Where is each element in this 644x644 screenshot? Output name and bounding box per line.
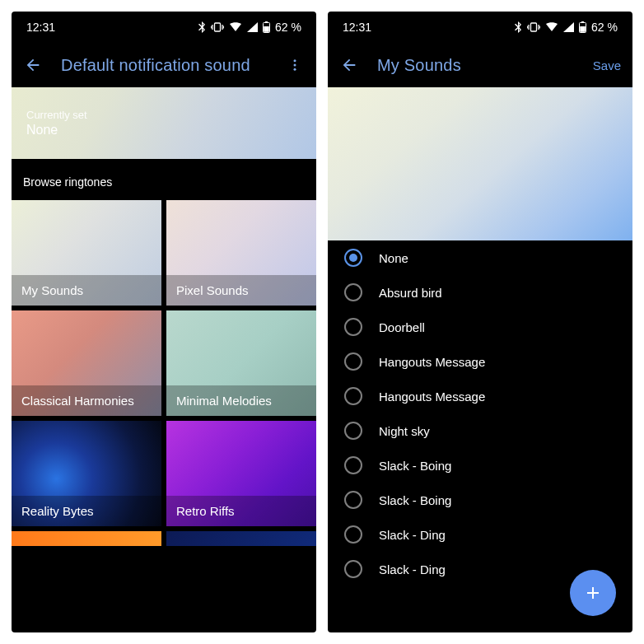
svg-point-6 xyxy=(294,68,296,71)
sound-label: Night sky xyxy=(379,424,430,438)
sound-label: Hangouts Message xyxy=(379,390,485,404)
page-title: My Sounds xyxy=(377,56,575,75)
status-time: 12:31 xyxy=(343,21,371,34)
category-minimal-melodies[interactable]: Minimal Melodies xyxy=(166,310,316,416)
plus-icon xyxy=(583,583,603,603)
radio-button[interactable] xyxy=(344,249,362,267)
app-bar: Default notification sound xyxy=(12,43,316,87)
svg-rect-3 xyxy=(264,26,269,32)
sound-label: Slack - Boing xyxy=(379,459,451,473)
radio-button[interactable] xyxy=(344,283,362,301)
sound-row[interactable]: None xyxy=(328,240,632,275)
sound-row[interactable]: Doorbell xyxy=(328,310,632,344)
currently-set-label: Currently set xyxy=(26,109,301,121)
category-my-sounds[interactable]: My Sounds xyxy=(12,200,161,306)
category-label: Classical Harmonies xyxy=(12,385,161,416)
radio-button[interactable] xyxy=(344,387,362,405)
wifi-icon xyxy=(545,22,558,32)
battery-icon xyxy=(263,21,270,33)
signal-icon xyxy=(247,22,258,32)
radio-button[interactable] xyxy=(344,318,362,336)
category-label: Reality Bytes xyxy=(12,496,161,526)
svg-rect-2 xyxy=(265,21,268,23)
category-grid: My Sounds Pixel Sounds Classical Harmoni… xyxy=(12,200,316,546)
status-icons: 62 % xyxy=(198,21,301,34)
back-arrow-icon xyxy=(340,56,358,74)
status-bar: 12:31 62 % xyxy=(12,12,316,43)
currently-set-card[interactable]: Currently set None xyxy=(12,87,316,159)
sound-row[interactable]: Night sky xyxy=(328,413,632,448)
browse-ringtones-header: Browse ringtones xyxy=(12,159,316,200)
sound-row[interactable]: Slack - Boing xyxy=(328,448,632,483)
sound-label: Hangouts Message xyxy=(379,355,485,369)
battery-text: 62 % xyxy=(591,21,618,34)
currently-set-value: None xyxy=(26,123,301,138)
status-icons: 62 % xyxy=(514,21,618,34)
sound-label: Slack - Ding xyxy=(379,528,446,542)
radio-button[interactable] xyxy=(344,525,362,544)
sound-row[interactable]: Slack - Boing xyxy=(328,483,632,517)
more-vert-icon xyxy=(287,58,302,72)
battery-text: 62 % xyxy=(275,21,301,34)
radio-button[interactable] xyxy=(344,352,362,371)
signal-icon xyxy=(563,22,574,32)
radio-button[interactable] xyxy=(344,560,362,578)
back-arrow-icon xyxy=(24,56,42,74)
sound-row[interactable]: Absurd bird xyxy=(328,275,632,310)
svg-rect-0 xyxy=(215,23,221,31)
sound-label: Slack - Ding xyxy=(379,562,446,576)
radio-button[interactable] xyxy=(344,456,362,474)
category-pixel-sounds[interactable]: Pixel Sounds xyxy=(166,200,316,306)
page-title: Default notification sound xyxy=(61,56,267,75)
back-button[interactable] xyxy=(339,55,359,75)
bluetooth-icon xyxy=(514,21,522,33)
vibrate-icon xyxy=(211,22,224,32)
radio-button[interactable] xyxy=(344,491,362,509)
category-reality-bytes[interactable]: Reality Bytes xyxy=(12,421,161,526)
category-label: My Sounds xyxy=(12,275,161,306)
category-partial[interactable] xyxy=(12,531,161,546)
svg-rect-10 xyxy=(580,26,586,32)
wifi-icon xyxy=(229,22,242,32)
sound-label: Doorbell xyxy=(379,320,425,334)
sound-label: Absurd bird xyxy=(379,286,442,300)
sound-row[interactable]: Hangouts Message xyxy=(328,379,632,413)
category-label: Retro Riffs xyxy=(166,496,316,526)
add-sound-fab[interactable] xyxy=(570,570,616,616)
app-bar: My Sounds Save xyxy=(328,43,632,87)
status-time: 12:31 xyxy=(26,21,55,34)
screen-my-sounds: 12:31 62 % My Sounds Save NoneAbsurd bir… xyxy=(328,12,632,632)
svg-rect-9 xyxy=(581,21,584,23)
svg-point-4 xyxy=(294,59,296,62)
svg-rect-7 xyxy=(531,23,537,31)
sound-row[interactable]: Hangouts Message xyxy=(328,344,632,379)
bluetooth-icon xyxy=(198,21,206,33)
overflow-menu-button[interactable] xyxy=(285,55,305,75)
sound-label: Slack - Boing xyxy=(379,493,451,507)
svg-point-5 xyxy=(294,64,296,67)
sound-label: None xyxy=(379,251,408,265)
radio-button[interactable] xyxy=(344,422,362,440)
battery-icon xyxy=(579,21,586,33)
category-retro-riffs[interactable]: Retro Riffs xyxy=(166,421,316,526)
vibrate-icon xyxy=(527,22,540,32)
status-bar: 12:31 62 % xyxy=(328,12,632,43)
back-button[interactable] xyxy=(23,55,43,75)
category-label: Minimal Melodies xyxy=(166,385,316,416)
category-partial[interactable] xyxy=(166,531,316,546)
screen-default-notification-sound: 12:31 62 % Default notification sound Cu… xyxy=(12,12,316,632)
category-hero-image xyxy=(328,87,632,240)
sound-row[interactable]: Slack - Ding xyxy=(328,517,632,552)
category-classical-harmonies[interactable]: Classical Harmonies xyxy=(12,310,161,416)
save-button[interactable]: Save xyxy=(593,58,621,72)
category-label: Pixel Sounds xyxy=(166,275,316,306)
